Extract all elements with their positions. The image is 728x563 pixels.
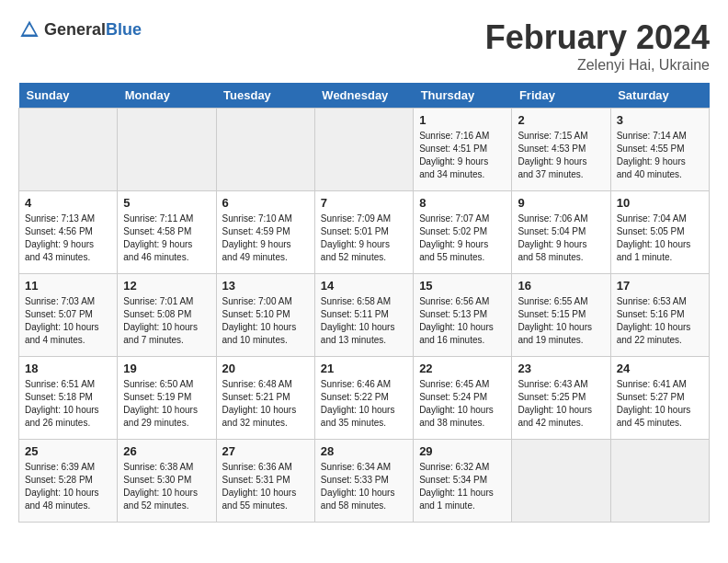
calendar-cell: 19Sunrise: 6:50 AMSunset: 5:19 PMDayligh… xyxy=(118,357,216,440)
day-number: 23 xyxy=(518,362,604,375)
calendar-cell xyxy=(19,109,118,191)
calendar-cell xyxy=(314,109,413,191)
cell-content: Sunrise: 6:45 AMSunset: 5:24 PMDaylight:… xyxy=(419,378,506,430)
day-number: 1 xyxy=(419,113,506,127)
week-row-4: 18Sunrise: 6:51 AMSunset: 5:18 PMDayligh… xyxy=(19,357,710,440)
day-number: 18 xyxy=(25,362,111,375)
calendar-cell: 18Sunrise: 6:51 AMSunset: 5:18 PMDayligh… xyxy=(19,357,118,440)
day-number: 20 xyxy=(222,362,309,375)
cell-content: Sunrise: 6:38 AMSunset: 5:30 PMDaylight:… xyxy=(123,461,210,512)
cell-content: Sunrise: 6:32 AMSunset: 5:34 PMDaylight:… xyxy=(419,461,506,512)
calendar-cell: 5Sunrise: 7:11 AMSunset: 4:58 PMDaylight… xyxy=(118,191,216,274)
cell-content: Sunrise: 7:10 AMSunset: 4:59 PMDaylight:… xyxy=(222,213,309,264)
calendar-cell: 29Sunrise: 6:32 AMSunset: 5:34 PMDayligh… xyxy=(414,440,512,523)
logo: GeneralBlue xyxy=(18,18,142,40)
calendar-cell: 16Sunrise: 6:55 AMSunset: 5:15 PMDayligh… xyxy=(512,274,610,357)
cell-content: Sunrise: 7:01 AMSunset: 5:08 PMDaylight:… xyxy=(123,295,210,347)
cell-content: Sunrise: 7:13 AMSunset: 4:56 PMDaylight:… xyxy=(25,213,111,264)
day-number: 6 xyxy=(222,196,309,210)
cell-content: Sunrise: 7:03 AMSunset: 5:07 PMDaylight:… xyxy=(25,295,111,347)
calendar-cell: 2Sunrise: 7:15 AMSunset: 4:53 PMDaylight… xyxy=(512,109,610,191)
calendar-cell: 21Sunrise: 6:46 AMSunset: 5:22 PMDayligh… xyxy=(314,357,413,440)
day-number: 16 xyxy=(518,279,604,293)
day-number: 9 xyxy=(518,196,604,210)
day-number: 24 xyxy=(617,362,703,375)
header-wednesday: Wednesday xyxy=(314,83,413,109)
header-saturday: Saturday xyxy=(610,83,709,109)
calendar-cell: 17Sunrise: 6:53 AMSunset: 5:16 PMDayligh… xyxy=(610,274,709,357)
cell-content: Sunrise: 6:39 AMSunset: 5:28 PMDaylight:… xyxy=(25,461,111,512)
week-row-2: 4Sunrise: 7:13 AMSunset: 4:56 PMDaylight… xyxy=(19,191,710,274)
cell-content: Sunrise: 6:41 AMSunset: 5:27 PMDaylight:… xyxy=(617,378,703,430)
calendar-cell: 9Sunrise: 7:06 AMSunset: 5:04 PMDaylight… xyxy=(512,191,610,274)
calendar-cell: 26Sunrise: 6:38 AMSunset: 5:30 PMDayligh… xyxy=(118,440,216,523)
calendar-cell: 12Sunrise: 7:01 AMSunset: 5:08 PMDayligh… xyxy=(118,274,216,357)
cell-content: Sunrise: 6:48 AMSunset: 5:21 PMDaylight:… xyxy=(222,378,309,430)
week-row-5: 25Sunrise: 6:39 AMSunset: 5:28 PMDayligh… xyxy=(19,440,710,523)
cell-content: Sunrise: 6:55 AMSunset: 5:15 PMDaylight:… xyxy=(518,295,604,347)
calendar-cell: 25Sunrise: 6:39 AMSunset: 5:28 PMDayligh… xyxy=(19,440,118,523)
cell-content: Sunrise: 6:53 AMSunset: 5:16 PMDaylight:… xyxy=(617,295,703,347)
logo-general: General xyxy=(44,20,106,39)
cell-content: Sunrise: 6:46 AMSunset: 5:22 PMDaylight:… xyxy=(321,378,407,430)
cell-content: Sunrise: 6:56 AMSunset: 5:13 PMDaylight:… xyxy=(419,295,506,347)
day-number: 17 xyxy=(617,279,703,293)
cell-content: Sunrise: 6:50 AMSunset: 5:19 PMDaylight:… xyxy=(123,378,210,430)
cell-content: Sunrise: 7:11 AMSunset: 4:58 PMDaylight:… xyxy=(123,213,210,264)
calendar-cell: 1Sunrise: 7:16 AMSunset: 4:51 PMDaylight… xyxy=(414,109,512,191)
cell-content: Sunrise: 7:15 AMSunset: 4:53 PMDaylight:… xyxy=(518,130,604,181)
cell-content: Sunrise: 6:51 AMSunset: 5:18 PMDaylight:… xyxy=(25,378,111,430)
calendar-cell: 13Sunrise: 7:00 AMSunset: 5:10 PMDayligh… xyxy=(216,274,314,357)
calendar-cell: 10Sunrise: 7:04 AMSunset: 5:05 PMDayligh… xyxy=(610,191,709,274)
title-section: February 2024 Zelenyi Hai, Ukraine xyxy=(485,18,710,74)
header-friday: Friday xyxy=(512,83,610,109)
header-sunday: Sunday xyxy=(19,83,118,109)
cell-content: Sunrise: 6:43 AMSunset: 5:25 PMDaylight:… xyxy=(518,378,604,430)
day-number: 10 xyxy=(617,196,703,210)
calendar-cell: 22Sunrise: 6:45 AMSunset: 5:24 PMDayligh… xyxy=(414,357,512,440)
cell-content: Sunrise: 7:09 AMSunset: 5:01 PMDaylight:… xyxy=(321,213,407,264)
calendar-cell: 23Sunrise: 6:43 AMSunset: 5:25 PMDayligh… xyxy=(512,357,610,440)
calendar-cell: 11Sunrise: 7:03 AMSunset: 5:07 PMDayligh… xyxy=(19,274,118,357)
day-number: 2 xyxy=(518,113,604,127)
cell-content: Sunrise: 7:06 AMSunset: 5:04 PMDaylight:… xyxy=(518,213,604,264)
calendar-cell xyxy=(512,440,610,523)
day-number: 15 xyxy=(419,279,506,293)
cell-content: Sunrise: 7:14 AMSunset: 4:55 PMDaylight:… xyxy=(617,130,703,181)
cell-content: Sunrise: 7:16 AMSunset: 4:51 PMDaylight:… xyxy=(419,130,506,181)
day-number: 19 xyxy=(123,362,210,375)
calendar-table: SundayMondayTuesdayWednesdayThursdayFrid… xyxy=(18,83,710,523)
calendar-header-row: SundayMondayTuesdayWednesdayThursdayFrid… xyxy=(19,83,710,109)
cell-content: Sunrise: 6:34 AMSunset: 5:33 PMDaylight:… xyxy=(321,461,407,512)
day-number: 25 xyxy=(25,444,111,458)
calendar-cell xyxy=(610,440,709,523)
calendar-cell: 3Sunrise: 7:14 AMSunset: 4:55 PMDaylight… xyxy=(610,109,709,191)
header-thursday: Thursday xyxy=(414,83,512,109)
day-number: 11 xyxy=(25,279,111,293)
calendar-cell: 15Sunrise: 6:56 AMSunset: 5:13 PMDayligh… xyxy=(414,274,512,357)
day-number: 7 xyxy=(321,196,407,210)
day-number: 8 xyxy=(419,196,506,210)
calendar-cell: 28Sunrise: 6:34 AMSunset: 5:33 PMDayligh… xyxy=(314,440,413,523)
cell-content: Sunrise: 6:36 AMSunset: 5:31 PMDaylight:… xyxy=(222,461,309,512)
day-number: 5 xyxy=(123,196,210,210)
day-number: 28 xyxy=(321,444,407,458)
page-header: GeneralBlue February 2024 Zelenyi Hai, U… xyxy=(18,18,710,74)
location-subtitle: Zelenyi Hai, Ukraine xyxy=(485,57,710,74)
calendar-cell: 20Sunrise: 6:48 AMSunset: 5:21 PMDayligh… xyxy=(216,357,314,440)
day-number: 27 xyxy=(222,444,309,458)
calendar-cell: 7Sunrise: 7:09 AMSunset: 5:01 PMDaylight… xyxy=(314,191,413,274)
calendar-cell: 6Sunrise: 7:10 AMSunset: 4:59 PMDaylight… xyxy=(216,191,314,274)
month-title: February 2024 xyxy=(485,18,710,57)
logo-icon xyxy=(18,18,40,40)
day-number: 12 xyxy=(123,279,210,293)
cell-content: Sunrise: 7:00 AMSunset: 5:10 PMDaylight:… xyxy=(222,295,309,347)
week-row-3: 11Sunrise: 7:03 AMSunset: 5:07 PMDayligh… xyxy=(19,274,710,357)
day-number: 3 xyxy=(617,113,703,127)
calendar-cell xyxy=(216,109,314,191)
logo-text: GeneralBlue xyxy=(44,20,142,40)
calendar-cell: 24Sunrise: 6:41 AMSunset: 5:27 PMDayligh… xyxy=(610,357,709,440)
calendar-cell: 27Sunrise: 6:36 AMSunset: 5:31 PMDayligh… xyxy=(216,440,314,523)
calendar-cell: 4Sunrise: 7:13 AMSunset: 4:56 PMDaylight… xyxy=(19,191,118,274)
logo-blue: Blue xyxy=(106,20,142,39)
